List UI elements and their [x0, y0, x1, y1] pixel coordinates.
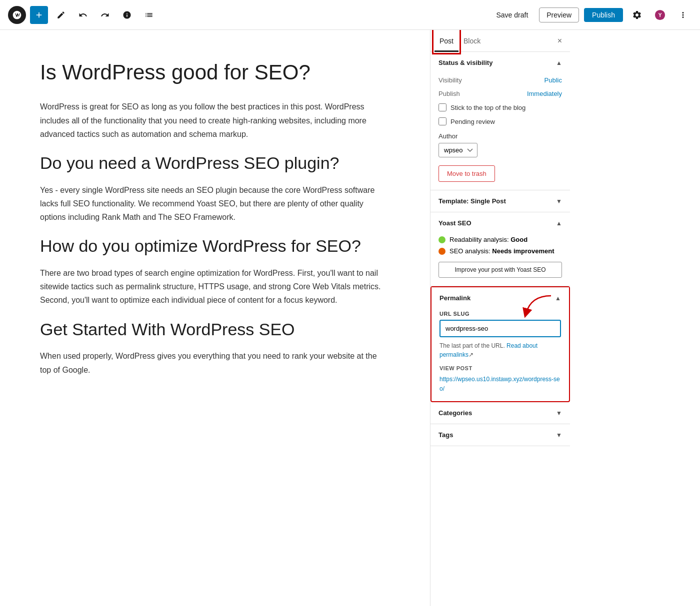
post-body: WordPress is great for SEO as long as yo…: [40, 100, 390, 376]
template-section: Template: Single Post: [430, 190, 570, 212]
tab-post[interactable]: Post: [434, 30, 458, 52]
edit-tool-button[interactable]: [52, 6, 70, 24]
undo-button[interactable]: [74, 6, 92, 24]
seo-value: Needs improvement: [492, 247, 554, 255]
toolbar-left: [8, 6, 158, 24]
view-post-label: VIEW POST: [440, 365, 561, 371]
add-block-button[interactable]: [30, 6, 48, 24]
url-slug-input[interactable]: [440, 320, 561, 337]
tags-title: Tags: [438, 431, 453, 439]
pending-review-row: Pending review: [438, 114, 562, 128]
redo-button[interactable]: [96, 6, 114, 24]
paragraph-1[interactable]: WordPress is great for SEO as long as yo…: [40, 100, 390, 141]
publish-button[interactable]: Publish: [584, 8, 623, 22]
visibility-row: Visibility Public: [438, 73, 562, 87]
status-visibility-section: Status & visibility Visibility Public Pu…: [430, 52, 570, 190]
visibility-label: Visibility: [438, 76, 462, 84]
readability-text: Readability analysis: Good: [450, 236, 528, 243]
save-draft-button[interactable]: Save draft: [490, 8, 534, 22]
categories-title: Categories: [438, 409, 472, 417]
view-post-url-link[interactable]: https://wpseo.us10.instawp.xyz/wordpress…: [440, 376, 560, 392]
permalink-body: URL Slug The last part of the URL. Read …: [432, 311, 569, 401]
yoast-seo-body: Readability analysis: Good SEO analysis:…: [430, 234, 570, 286]
yoast-seo-header[interactable]: Yoast SEO: [430, 212, 570, 234]
red-arrow-annotation: [516, 293, 556, 318]
url-slug-hint: The last part of the URL. Read about per…: [440, 341, 561, 359]
seo-analysis-row: SEO analysis: Needs improvement: [438, 245, 562, 257]
pending-review-label[interactable]: Pending review: [450, 118, 495, 125]
readability-dot: [438, 236, 446, 243]
readability-row: Readability analysis: Good: [438, 234, 562, 245]
tags-section: Tags: [430, 424, 570, 446]
readability-value: Good: [510, 236, 528, 243]
yoast-seo-chevron: [556, 220, 562, 227]
template-header[interactable]: Template: Single Post: [430, 190, 570, 212]
paragraph-2[interactable]: Yes - every single WordPress site needs …: [40, 183, 390, 224]
categories-header[interactable]: Categories: [430, 402, 570, 424]
sidebar-close-button[interactable]: ×: [554, 32, 566, 49]
improve-yoast-button[interactable]: Improve your post with Yoast SEO: [438, 262, 562, 278]
paragraph-4[interactable]: When used properly, WordPress gives you …: [40, 349, 390, 376]
visibility-value[interactable]: Public: [544, 76, 562, 84]
status-visibility-chevron: [556, 59, 562, 66]
seo-label: SEO analysis:: [450, 247, 490, 255]
post-title[interactable]: Is WordPress good for SEO?: [40, 60, 390, 85]
readability-label: Readability analysis:: [450, 236, 509, 243]
preview-button[interactable]: Preview: [539, 7, 579, 22]
content-area: Is WordPress good for SEO? WordPress is …: [0, 30, 430, 606]
author-row: Author wpseo: [438, 128, 562, 161]
pending-review-checkbox[interactable]: [438, 117, 446, 125]
categories-section: Categories: [430, 402, 570, 424]
heading-2[interactable]: Do you need a WordPress SEO plugin?: [40, 153, 390, 173]
toolbar-right: Save draft Preview Publish Y: [490, 6, 692, 24]
yoast-seo-title: Yoast SEO: [438, 219, 472, 227]
paragraph-3[interactable]: There are two broad types of search engi…: [40, 266, 390, 307]
yoast-seo-section: Yoast SEO Readability analysis: Good SEO…: [430, 212, 570, 286]
template-row: Template: Single Post: [438, 197, 556, 205]
permalink-title: Permalink: [440, 294, 470, 302]
publish-value[interactable]: Immediately: [527, 90, 562, 97]
stick-to-top-checkbox[interactable]: [438, 103, 446, 111]
svg-text:Y: Y: [658, 12, 662, 17]
heading-3[interactable]: How do you optimize WordPress for SEO?: [40, 236, 390, 256]
sidebar-tabs: Post Block ×: [430, 30, 570, 52]
template-chevron: [556, 198, 562, 205]
wordpress-logo[interactable]: [8, 6, 26, 24]
publish-label: Publish: [438, 90, 460, 97]
more-options-button[interactable]: [674, 6, 692, 24]
stick-to-top-label[interactable]: Stick to the top of the blog: [450, 104, 526, 111]
publish-row: Publish Immediately: [438, 87, 562, 100]
info-button[interactable]: [118, 6, 136, 24]
tags-chevron: [556, 432, 562, 439]
seo-dot: [438, 248, 446, 255]
tags-header[interactable]: Tags: [430, 424, 570, 446]
status-visibility-body: Visibility Public Publish Immediately St…: [430, 73, 570, 190]
heading-4[interactable]: Get Started With WordPress SEO: [40, 319, 390, 340]
permalink-section: Permalink URL Slug: [430, 286, 570, 402]
status-visibility-header[interactable]: Status & visibility: [430, 52, 570, 73]
categories-chevron: [556, 410, 562, 417]
author-label: Author: [438, 132, 562, 140]
template-title: Template: Single Post: [438, 197, 506, 205]
author-select[interactable]: wpseo: [438, 143, 478, 157]
list-view-button[interactable]: [140, 6, 158, 24]
yoast-button[interactable]: Y: [651, 6, 669, 24]
status-visibility-title: Status & visibility: [438, 59, 492, 66]
seo-text: SEO analysis: Needs improvement: [450, 247, 554, 255]
main-layout: Is WordPress good for SEO? WordPress is …: [0, 30, 700, 606]
tab-block[interactable]: Block: [458, 30, 486, 52]
stick-to-top-row: Stick to the top of the blog: [438, 100, 562, 114]
toolbar: Save draft Preview Publish Y: [0, 0, 700, 30]
sidebar: Post Block × Status & visibility Visibil…: [430, 30, 570, 606]
settings-button[interactable]: [628, 6, 646, 24]
move-to-trash-button[interactable]: Move to trash: [438, 165, 495, 182]
